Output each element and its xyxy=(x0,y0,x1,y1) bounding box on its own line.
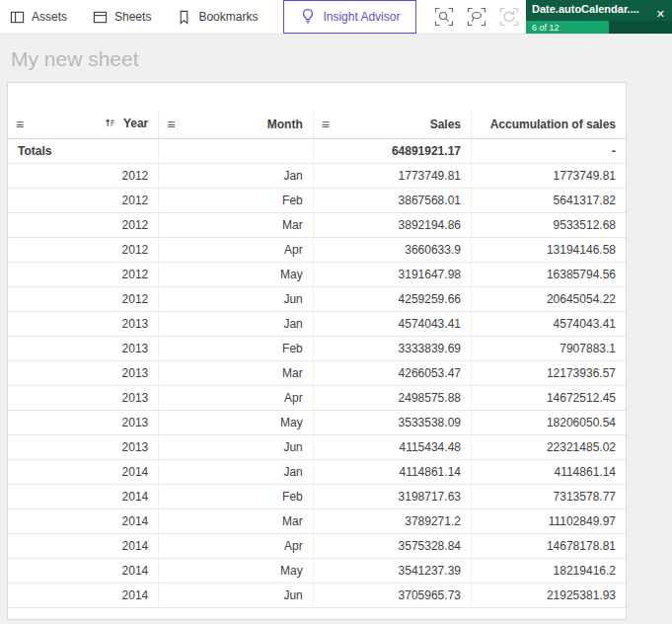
month-cell[interactable]: Jan xyxy=(159,311,314,336)
pivot-table: ≡ Year ≡ Month ≡ Sales xyxy=(8,111,626,608)
assets-label: Assets xyxy=(32,10,67,24)
assets-button[interactable]: Assets xyxy=(10,10,67,25)
totals-label-cell: Totals xyxy=(8,138,159,163)
sort-ascending-icon xyxy=(105,117,118,131)
step-back-icon[interactable] xyxy=(497,5,521,29)
table-row: 2014 Jun 3705965.73 21925381.93 xyxy=(8,583,626,607)
year-cell[interactable]: 2013 xyxy=(8,336,159,360)
column-menu-icon[interactable]: ≡ xyxy=(322,117,330,132)
sheets-button[interactable]: Sheets xyxy=(93,10,151,25)
year-cell[interactable]: 2013 xyxy=(8,385,159,410)
table-row: 2014 Mar 3789271.2 11102849.97 xyxy=(8,508,626,533)
accumulation-cell: 14678178.81 xyxy=(471,533,626,558)
selection-count: 6 of 12 xyxy=(532,23,560,33)
year-cell[interactable]: 2013 xyxy=(8,434,159,459)
sales-cell: 3198717.63 xyxy=(313,484,471,508)
smart-search-icon[interactable] xyxy=(432,5,456,29)
month-cell[interactable]: Jun xyxy=(159,434,314,459)
sales-cell: 3660633.9 xyxy=(313,237,471,262)
sales-cell: 4266053.47 xyxy=(313,360,471,385)
year-cell[interactable]: 2014 xyxy=(8,459,159,484)
totals-row: Totals 64891921.17 - xyxy=(8,138,626,163)
year-cell[interactable]: 2013 xyxy=(8,311,159,336)
sales-cell: 3191647.98 xyxy=(313,262,471,286)
close-icon[interactable]: ✕ xyxy=(656,9,665,20)
lasso-selection-icon[interactable] xyxy=(465,5,488,29)
column-menu-icon[interactable]: ≡ xyxy=(167,117,175,132)
insight-advisor-label: Insight Advisor xyxy=(323,10,400,24)
table-row: 2013 May 3533538.09 18206050.54 xyxy=(8,410,626,434)
year-cell[interactable]: 2014 xyxy=(8,533,159,558)
year-cell[interactable]: 2014 xyxy=(8,558,159,583)
month-cell[interactable]: Mar xyxy=(159,360,314,385)
accumulation-cell: 5641317.82 xyxy=(471,188,626,212)
table-row: 2013 Jan 4574043.41 4574043.41 xyxy=(8,311,626,336)
page-title: My new sheet xyxy=(11,47,672,71)
month-cell[interactable]: May xyxy=(159,262,314,286)
bookmark-icon xyxy=(177,10,191,25)
sales-cell: 4114861.14 xyxy=(313,459,471,484)
accumulation-cell: 7313578.77 xyxy=(471,484,626,508)
table-row: 2013 Feb 3333839.69 7907883.1 xyxy=(8,336,626,360)
accumulation-cell: 1773749.81 xyxy=(471,163,626,188)
accumulation-cell: 21925381.93 xyxy=(471,583,626,607)
column-label-month: Month xyxy=(267,117,303,131)
accumulation-cell: 11102849.97 xyxy=(471,508,626,533)
month-cell[interactable]: Mar xyxy=(159,212,314,237)
bookmarks-button[interactable]: Bookmarks xyxy=(177,10,258,25)
month-cell[interactable]: Feb xyxy=(159,336,314,360)
month-cell[interactable]: Feb xyxy=(159,188,314,212)
year-cell[interactable]: 2014 xyxy=(8,484,159,508)
month-cell[interactable]: Jun xyxy=(159,286,314,311)
year-cell[interactable]: 2012 xyxy=(8,237,159,262)
table-row: 2013 Jun 4115434.48 22321485.02 xyxy=(8,434,626,459)
year-cell[interactable]: 2012 xyxy=(8,262,159,286)
table-header-row: ≡ Year ≡ Month ≡ Sales xyxy=(8,111,626,138)
sales-cell: 3892194.86 xyxy=(313,212,471,237)
accumulation-cell: 4574043.41 xyxy=(471,311,626,336)
sales-cell: 3533538.09 xyxy=(313,410,471,434)
bookmarks-label: Bookmarks xyxy=(198,10,258,24)
month-cell[interactable]: Apr xyxy=(159,385,314,410)
month-cell[interactable]: Mar xyxy=(159,508,314,533)
month-cell[interactable]: Apr xyxy=(159,237,314,262)
year-cell[interactable]: 2013 xyxy=(8,410,159,434)
year-cell[interactable]: 2013 xyxy=(8,360,159,385)
assets-icon xyxy=(10,10,25,25)
year-cell[interactable]: 2012 xyxy=(8,188,159,212)
table-row: 2013 Apr 2498575.88 14672512.45 xyxy=(8,385,626,410)
table-row: 2012 Jan 1773749.81 1773749.81 xyxy=(8,163,626,188)
table-row: 2012 Feb 3867568.01 5641317.82 xyxy=(8,188,626,212)
year-cell[interactable]: 2012 xyxy=(8,286,159,311)
table-row: 2014 Apr 3575328.84 14678178.81 xyxy=(8,533,626,558)
insight-advisor-button[interactable]: Insight Advisor xyxy=(283,0,416,34)
month-cell[interactable]: Jan xyxy=(159,459,314,484)
selection-badge[interactable]: Date.autoCalendar.... ✕ 6 of 12 xyxy=(526,0,672,34)
table-row: 2012 Jun 4259259.66 20645054.22 xyxy=(8,286,626,311)
sales-cell: 4574043.41 xyxy=(313,311,471,336)
year-cell[interactable]: 2012 xyxy=(8,212,159,237)
toolbar: Assets Sheets Bookmarks Insight Advisor xyxy=(0,0,672,35)
month-cell[interactable]: May xyxy=(159,558,314,583)
column-header-accumulation[interactable]: Accumulation of sales xyxy=(471,111,626,138)
table-row: 2012 Mar 3892194.86 9533512.68 xyxy=(8,212,626,237)
year-cell[interactable]: 2014 xyxy=(8,508,159,533)
column-header-year[interactable]: ≡ Year xyxy=(8,111,159,138)
month-cell[interactable]: Jan xyxy=(159,163,314,188)
month-cell[interactable]: Apr xyxy=(159,533,314,558)
table-row: 2012 May 3191647.98 16385794.56 xyxy=(8,262,626,286)
sales-cell: 3867568.01 xyxy=(313,188,471,212)
column-header-month[interactable]: ≡ Month xyxy=(159,111,314,138)
sheets-icon xyxy=(93,10,108,25)
column-menu-icon[interactable]: ≡ xyxy=(16,117,24,132)
selection-field-name: Date.autoCalendar.... xyxy=(526,0,672,15)
month-cell[interactable]: Feb xyxy=(159,484,314,508)
month-cell[interactable]: May xyxy=(159,410,314,434)
accumulation-cell: 7907883.1 xyxy=(471,336,626,360)
table-row: 2014 Jan 4114861.14 4114861.14 xyxy=(8,459,626,484)
year-cell[interactable]: 2012 xyxy=(8,163,159,188)
year-cell[interactable]: 2014 xyxy=(8,583,159,607)
column-header-sales[interactable]: ≡ Sales xyxy=(313,111,471,138)
month-cell[interactable]: Jun xyxy=(159,583,314,607)
sheets-label: Sheets xyxy=(114,10,151,24)
